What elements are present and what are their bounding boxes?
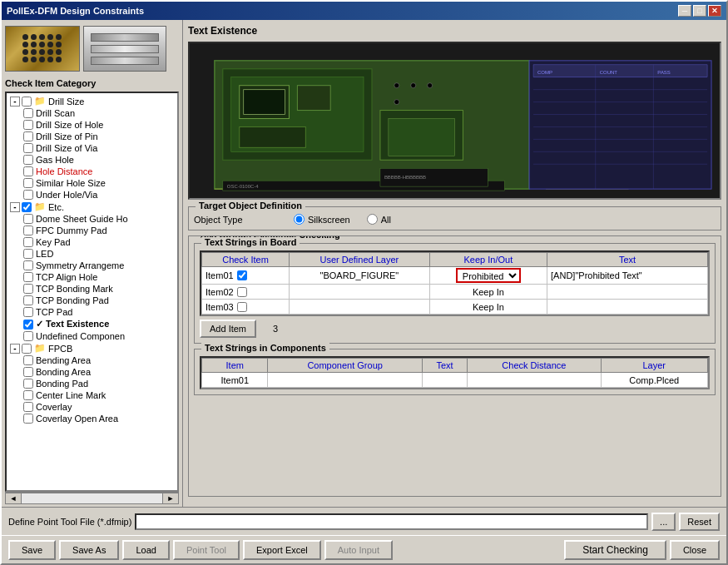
gas-hole-checkbox[interactable] [23,155,33,165]
row2-item-label: Item02 [206,287,234,297]
point-tool-button[interactable]: Point Tool [173,540,240,560]
tree-item-bending-area[interactable]: Bending Area [8,354,176,366]
auto-input-button[interactable]: Auto Input [324,540,393,560]
tree-item-fpc-dummy[interactable]: FPC Dummy Pad [8,225,176,236]
close-button[interactable]: ✕ [708,5,721,17]
radio-silkscreen[interactable]: Silkscreen [294,214,350,225]
tree-item-dome-sheet[interactable]: Dome Sheet Guide Ho [8,213,176,225]
logo-box-right [83,26,166,72]
etc-expand[interactable]: - [10,202,20,212]
fpcb-checkbox[interactable] [22,344,32,354]
save-as-button[interactable]: Save As [59,540,119,560]
tree-item-fpcb[interactable]: - 📁 FPCB [8,342,176,354]
coverlay-checkbox[interactable] [23,402,33,412]
fpcb-label: FPCB [48,344,72,354]
point-tool-file-input[interactable] [135,513,648,530]
tree-item-gas-hole[interactable]: Gas Hole [8,154,176,166]
browse-button[interactable]: ... [651,513,676,531]
symmetry-checkbox[interactable] [23,260,33,270]
tree-item-drill-size-hole[interactable]: Drill Size of Hole [8,119,176,131]
drill-size-checkbox[interactable] [22,97,32,107]
tree-item-symmetry[interactable]: Symmetry Arrangeme [8,260,176,271]
radio-all-label: All [381,215,391,225]
led-checkbox[interactable] [23,249,33,259]
export-excel-button[interactable]: Export Excel [243,540,321,560]
tree-item-tcp-bonding-mark[interactable]: TCP Bonding Mark [8,283,176,295]
scroll-right-btn[interactable]: ► [162,493,179,504]
bonding-pad-checkbox[interactable] [23,379,33,389]
tree-item-similar-hole[interactable]: Similar Hole Size [8,177,176,189]
fpc-dummy-checkbox[interactable] [23,226,33,235]
hole-distance-checkbox[interactable] [23,166,33,176]
text-existence-checkbox[interactable] [23,320,33,330]
comp-row1-distance [468,373,601,388]
tree-item-key-pad[interactable]: Key Pad [8,236,176,248]
bending-area-checkbox[interactable] [23,355,33,365]
tcp-align-checkbox[interactable] [23,272,33,282]
radio-silkscreen-input[interactable] [294,214,305,225]
bonding-pad-label: Bonding Pad [36,379,88,389]
radio-all-input[interactable] [367,214,378,225]
under-hole-checkbox[interactable] [23,190,33,200]
load-button[interactable]: Load [122,540,169,560]
undefined-component-checkbox[interactable] [23,331,33,341]
tree-item-hole-distance[interactable]: Hole Distance [8,166,176,177]
tcp-pad-checkbox[interactable] [23,307,33,317]
logo-area [5,23,179,73]
tree-item-drill-size-pin[interactable]: Drill Size of Pin [8,131,176,142]
coverlay-open-checkbox[interactable] [23,414,33,424]
tree-item-undefined-component[interactable]: Undefined Componen [8,330,176,342]
tree-item-tcp-pad[interactable]: TCP Pad [8,306,176,318]
drill-size-expand[interactable]: - [10,97,20,107]
etc-label: Etc. [48,202,64,212]
tree-item-drill-scan[interactable]: Drill Scan [8,107,176,119]
scroll-left-btn[interactable]: ◄ [5,493,22,504]
center-line-checkbox[interactable] [23,390,33,400]
tree-item-drill-size[interactable]: - 📁 Drill Size [8,95,176,107]
etc-checkbox[interactable] [22,202,32,212]
tree-item-etc[interactable]: - 📁 Etc. [8,201,176,213]
reset-button[interactable]: Reset [679,513,720,531]
board-table-wrapper[interactable]: Check Item User Defined Layer Keep In/Ou… [200,250,710,316]
tree-container[interactable]: - 📁 Drill Size Drill Scan Drill Size of … [5,92,179,492]
drill-size-via-checkbox[interactable] [23,143,33,153]
add-item-button[interactable]: Add Item [200,320,256,338]
tree-item-under-hole[interactable]: Under Hole/Via [8,189,176,201]
tree-item-center-line[interactable]: Center Line Mark [8,389,176,401]
maximize-button[interactable]: □ [693,5,706,17]
close-dialog-button[interactable]: Close [670,540,720,560]
similar-hole-checkbox[interactable] [23,178,33,188]
components-table-wrapper[interactable]: Item Component Group Text Check Distance… [200,356,710,389]
tree-item-tcp-bonding-pad[interactable]: TCP Bonding Pad [8,295,176,306]
tcp-bonding-pad-checkbox[interactable] [23,295,33,305]
row1-checkbox[interactable] [237,270,247,280]
svg-text:PASS: PASS [657,70,671,75]
tree-item-drill-size-via[interactable]: Drill Size of Via [8,142,176,154]
drill-size-pin-checkbox[interactable] [23,131,33,141]
tree-item-bonding-pad[interactable]: Bonding Pad [8,378,176,389]
tcp-bonding-mark-checkbox[interactable] [23,284,33,294]
minimize-button[interactable]: ─ [678,5,691,17]
key-pad-checkbox[interactable] [23,237,33,247]
start-checking-button[interactable]: Start Checking [564,540,666,560]
tree-item-text-existence[interactable]: ✓ Text Existence [8,318,176,330]
svg-text:COUNT: COUNT [600,70,618,75]
tree-item-tcp-align[interactable]: TCP Align Hole [8,271,176,283]
bonding-area-checkbox[interactable] [23,367,33,377]
drill-size-hole-checkbox[interactable] [23,120,33,130]
row1-keep-select[interactable]: Prohibited Keep In Keep Out [456,268,521,283]
row3-checkbox[interactable] [237,302,247,312]
drill-scan-checkbox[interactable] [23,108,33,118]
tree-item-coverlay[interactable]: Coverlay [8,401,176,413]
dome-sheet-checkbox[interactable] [23,214,33,224]
radio-silkscreen-label: Silkscreen [308,215,350,225]
table-row: Item02 Keep In [202,285,708,300]
tree-item-coverlay-open[interactable]: Coverlay Open Area [8,413,176,424]
tree-hscrollbar[interactable]: ◄ ► [5,492,179,503]
tree-item-bonding-area[interactable]: Bonding Area [8,366,176,378]
save-button[interactable]: Save [8,540,56,560]
row2-checkbox[interactable] [237,287,247,297]
fpcb-expand[interactable]: - [10,344,20,354]
radio-all[interactable]: All [367,214,391,225]
tree-item-led[interactable]: LED [8,248,176,260]
